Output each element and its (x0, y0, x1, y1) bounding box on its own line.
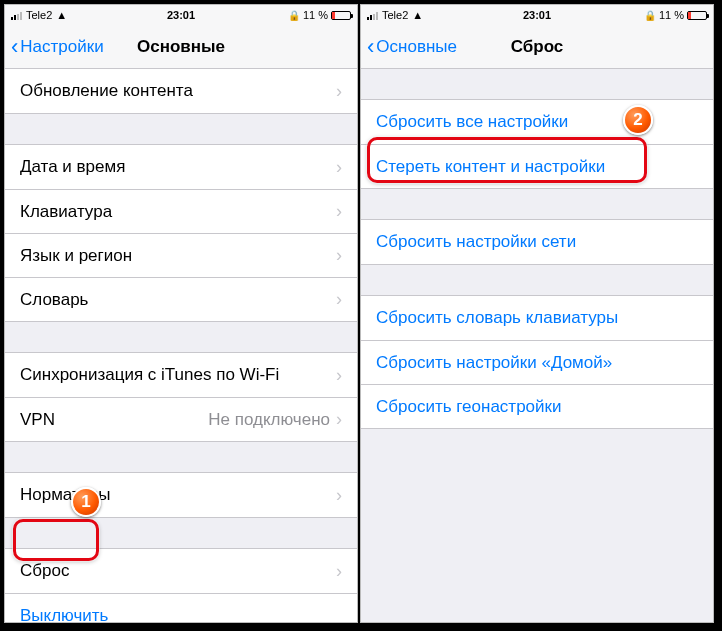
row-label: Язык и регион (20, 246, 336, 266)
chevron-right-icon: › (336, 157, 342, 178)
row-label: Обновление контента (20, 81, 336, 101)
wifi-icon: ▲ (56, 10, 67, 21)
status-bar: Tele2 ▲ 23:01 🔒 11 % (5, 5, 357, 25)
chevron-right-icon: › (336, 245, 342, 266)
row-label: Сбросить настройки «Домой» (376, 353, 698, 373)
battery-icon (687, 11, 707, 20)
carrier-label: Tele2 (26, 9, 52, 21)
row-label: Сброс (20, 561, 336, 581)
lock-icon: 🔒 (288, 10, 300, 21)
row-label: VPN (20, 410, 208, 430)
signal-icon (11, 11, 22, 20)
battery-pct: 11 % (659, 9, 684, 21)
back-label: Настройки (20, 37, 103, 57)
row-language[interactable]: Язык и регион › (5, 233, 357, 277)
content-left[interactable]: Обновление контента › Дата и время › Кла… (5, 69, 357, 622)
row-shutdown[interactable]: Выключить (5, 593, 357, 622)
battery-pct: 11 % (303, 9, 328, 21)
phone-left: Tele2 ▲ 23:01 🔒 11 % ‹ Настройки Основны… (4, 4, 358, 623)
page-title: Основные (137, 37, 225, 57)
row-label: Нормативы (20, 485, 336, 505)
chevron-right-icon: › (336, 561, 342, 582)
row-reset-all[interactable]: Сбросить все настройки (361, 100, 713, 144)
row-reset-home[interactable]: Сбросить настройки «Домой» (361, 340, 713, 384)
back-label: Основные (376, 37, 457, 57)
nav-bar: ‹ Основные Сброс (361, 25, 713, 69)
row-reset-keyboard-dict[interactable]: Сбросить словарь клавиатуры (361, 296, 713, 340)
nav-bar: ‹ Настройки Основные (5, 25, 357, 69)
row-erase-content[interactable]: Стереть контент и настройки (361, 144, 713, 188)
row-label: Сбросить все настройки (376, 112, 698, 132)
content-right[interactable]: Сбросить все настройки Стереть контент и… (361, 69, 713, 622)
carrier-label: Tele2 (382, 9, 408, 21)
row-label: Словарь (20, 290, 336, 310)
chevron-right-icon: › (336, 409, 342, 430)
row-label: Сбросить геонастройки (376, 397, 698, 417)
row-reset[interactable]: Сброс › (5, 549, 357, 593)
chevron-left-icon: ‹ (367, 36, 374, 58)
battery-icon (331, 11, 351, 20)
chevron-left-icon: ‹ (11, 36, 18, 58)
row-label: Сбросить настройки сети (376, 232, 698, 252)
status-bar: Tele2 ▲ 23:01 🔒 11 % (361, 5, 713, 25)
row-label: Клавиатура (20, 202, 336, 222)
row-reset-network[interactable]: Сбросить настройки сети (361, 220, 713, 264)
row-dictionary[interactable]: Словарь › (5, 277, 357, 321)
signal-icon (367, 11, 378, 20)
wifi-icon: ▲ (412, 10, 423, 21)
row-label: Стереть контент и настройки (376, 157, 698, 177)
row-content-update[interactable]: Обновление контента › (5, 69, 357, 113)
lock-icon: 🔒 (644, 10, 656, 21)
row-reset-geo[interactable]: Сбросить геонастройки (361, 384, 713, 428)
back-button[interactable]: ‹ Настройки (11, 36, 104, 58)
chevron-right-icon: › (336, 201, 342, 222)
chevron-right-icon: › (336, 365, 342, 386)
row-keyboard[interactable]: Клавиатура › (5, 189, 357, 233)
row-norms[interactable]: Нормативы › (5, 473, 357, 517)
chevron-right-icon: › (336, 485, 342, 506)
back-button[interactable]: ‹ Основные (367, 36, 457, 58)
row-vpn[interactable]: VPN Не подключено › (5, 397, 357, 441)
row-label: Дата и время (20, 157, 336, 177)
phone-right: Tele2 ▲ 23:01 🔒 11 % ‹ Основные Сброс Сб… (360, 4, 714, 623)
row-label: Выключить (20, 606, 342, 623)
chevron-right-icon: › (336, 289, 342, 310)
status-time: 23:01 (523, 9, 551, 21)
page-title: Сброс (511, 37, 564, 57)
row-datetime[interactable]: Дата и время › (5, 145, 357, 189)
status-time: 23:01 (167, 9, 195, 21)
row-itunes-wifi[interactable]: Синхронизация с iTunes по Wi-Fi › (5, 353, 357, 397)
row-value: Не подключено (208, 410, 330, 430)
chevron-right-icon: › (336, 81, 342, 102)
row-label: Сбросить словарь клавиатуры (376, 308, 698, 328)
row-label: Синхронизация с iTunes по Wi-Fi (20, 365, 336, 385)
